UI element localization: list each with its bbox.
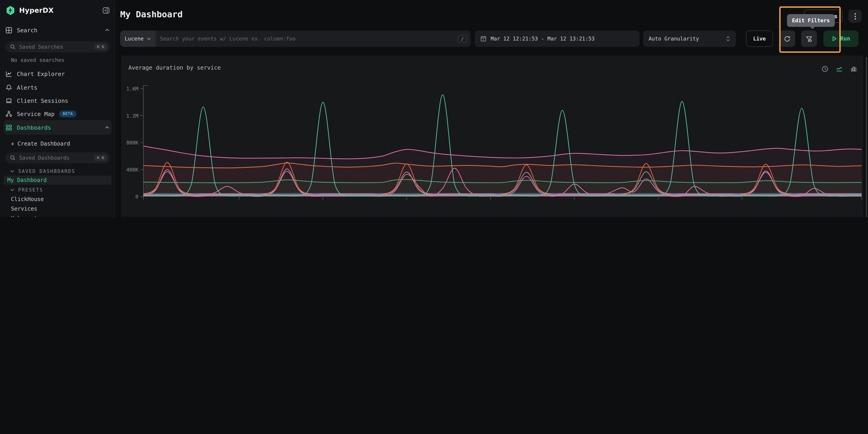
kebab-icon: [854, 12, 856, 20]
app-root: HyperDX Search ⌘ K No saved searches Cha…: [0, 0, 868, 217]
preset-label: Services: [11, 206, 37, 212]
refresh-button[interactable]: [779, 31, 795, 47]
tooltip-caret: [810, 26, 815, 29]
shortcut-chip: ⌘ K: [94, 155, 107, 161]
saved-searches-input[interactable]: [18, 43, 91, 51]
granularity-value: Auto Granularity: [649, 35, 699, 42]
bell-icon: [5, 84, 12, 91]
hyperdx-logo-icon: [5, 5, 16, 15]
beta-badge: BETA: [59, 110, 77, 117]
refresh-icon: [784, 35, 790, 42]
y-axis-tick-label: 0: [135, 194, 138, 199]
main-content: My Dashboard Lucene / Mar 12 12:21:53 - …: [115, 0, 868, 217]
play-icon: [832, 36, 837, 41]
sidebar-item-label: Service Map: [17, 110, 55, 117]
sidebar: HyperDX Search ⌘ K No saved searches Cha…: [0, 0, 115, 217]
filter-edit-icon: [806, 35, 812, 42]
chevron-down-icon: [146, 36, 151, 41]
dashboard-menu-button[interactable]: [848, 9, 862, 23]
shortcut-chip: ⌘ K: [94, 44, 107, 50]
duration-chart[interactable]: 0400K800K1.2M1.6MMar 12 12:21:00 PM12:29…: [121, 83, 863, 217]
calendar-icon: [480, 35, 487, 42]
presets-section-header[interactable]: PRESETS: [10, 186, 110, 193]
dashboards-icon: [5, 124, 12, 131]
saved-dashboards-input-wrap: ⌘ K: [5, 153, 110, 163]
tile-title: Average duration by service: [128, 64, 221, 71]
sidebar-item-chart-explorer[interactable]: Chart Explorer: [5, 68, 110, 79]
slash-shortcut-chip: /: [458, 35, 467, 42]
time-range-picker[interactable]: Mar 12 12:21:53 - Mar 12 13:21:53: [475, 31, 640, 47]
query-searchbar: Lucene /: [120, 31, 471, 47]
logo-row: HyperDX: [5, 5, 110, 16]
preset-item-clickhouse[interactable]: ClickHouse: [5, 195, 110, 204]
chevron-down-icon: [10, 169, 14, 173]
saved-dashboards-input[interactable]: [18, 154, 91, 162]
saved-dashboards-section-header[interactable]: SAVED DASHBOARDS: [10, 167, 110, 175]
preset-label: ClickHouse: [11, 196, 44, 202]
line-chart-toggle-icon[interactable]: [836, 66, 843, 72]
run-label: Run: [840, 35, 850, 42]
y-axis-tick-label: 400K: [126, 167, 138, 173]
sidebar-item-service-map[interactable]: Service Map BETA: [5, 108, 110, 119]
search-icon: [10, 44, 16, 49]
no-saved-searches-text: No saved searches: [11, 57, 64, 63]
sidebar-item-label: Client Sessions: [17, 97, 110, 104]
chevron-up-icon: [105, 125, 110, 130]
query-language-label: Lucene: [125, 35, 144, 42]
scrollbar-thumb[interactable]: [866, 57, 867, 217]
saved-dashboard-item[interactable]: My Dashboard: [4, 176, 112, 185]
select-chevrons-icon: [725, 35, 731, 42]
sidebar-item-label: Search: [17, 27, 100, 33]
section-label: PRESETS: [18, 187, 43, 193]
sidebar-item-client-sessions[interactable]: Client Sessions: [5, 95, 110, 106]
tile-toolbar: [822, 66, 857, 72]
create-dashboard-label: + Create Dashboard: [11, 141, 70, 147]
saved-searches-input-wrap: ⌘ K: [5, 41, 110, 52]
y-axis-tick-label: 1.6M: [126, 86, 138, 92]
tooltip-label: Edit Filters: [792, 17, 830, 24]
y-axis-tick-label: 800K: [126, 140, 138, 145]
run-button[interactable]: Run: [824, 31, 859, 47]
page-title: My Dashboard: [120, 9, 183, 19]
live-button[interactable]: Live: [746, 31, 773, 47]
preset-item-services[interactable]: Services: [5, 204, 110, 213]
brand-name: HyperDX: [19, 6, 99, 14]
time-range-value: Mar 12 12:21:53 - Mar 12 13:21:53: [491, 35, 595, 42]
preset-item-kubernetes[interactable]: Kubernetes: [5, 214, 110, 217]
laptop-icon: [5, 97, 12, 104]
chevron-down-icon: [10, 188, 14, 192]
event-search-input[interactable]: [155, 35, 458, 42]
preset-label: Kubernetes: [11, 215, 44, 217]
chart-explorer-icon: [5, 70, 12, 77]
sidebar-item-search[interactable]: Search: [5, 25, 110, 35]
search-icon: [10, 155, 16, 161]
live-label: Live: [753, 35, 766, 42]
saved-dashboard-label: My Dashboard: [7, 177, 46, 183]
y-axis-tick-label: 1.2M: [126, 113, 138, 119]
edit-filters-button[interactable]: [801, 31, 817, 47]
service-map-icon: [5, 110, 12, 117]
sidebar-item-alerts[interactable]: Alerts: [5, 82, 110, 93]
sidebar-item-label: Alerts: [17, 84, 110, 91]
time-toggle-icon[interactable]: [822, 66, 828, 72]
edit-filters-tooltip: Edit Filters: [787, 14, 835, 27]
collapse-sidebar-icon[interactable]: [102, 7, 110, 14]
query-language-select[interactable]: Lucene: [120, 31, 155, 47]
granularity-select[interactable]: Auto Granularity: [643, 31, 736, 47]
sidebar-item-dashboards[interactable]: Dashboards: [4, 120, 112, 135]
chart-tile-average-duration: Average duration by service 0400K800K1.2…: [121, 56, 863, 217]
create-dashboard-button[interactable]: + Create Dashboard: [5, 139, 110, 148]
section-label: SAVED DASHBOARDS: [18, 168, 75, 174]
search-section-icon: [5, 27, 12, 33]
chevron-up-icon: [105, 28, 110, 33]
sidebar-item-label: Dashboards: [17, 124, 100, 131]
sidebar-item-label: Chart Explorer: [17, 70, 110, 77]
bar-chart-toggle-icon[interactable]: [850, 66, 857, 72]
